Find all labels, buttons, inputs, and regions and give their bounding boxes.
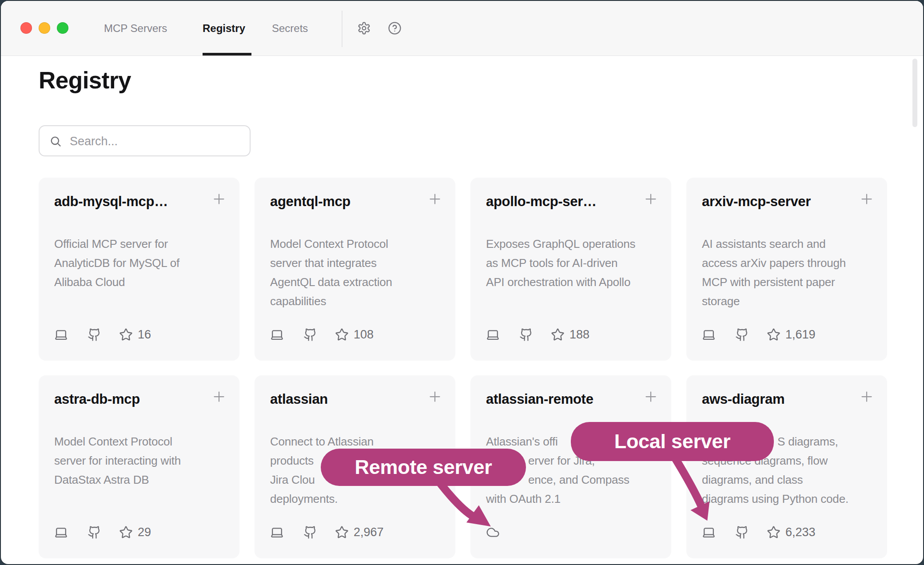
card-atlassian-remote[interactable]: atlassian-remoteAtlassian's offierver fo…	[470, 375, 671, 558]
help-icon[interactable]	[388, 21, 402, 35]
card-description: AI assistants search andaccess arXiv pap…	[702, 235, 878, 311]
card-header: arxiv-mcp-server	[702, 191, 875, 210]
card-footer	[486, 525, 500, 539]
app-window: MCP ServersRegistrySecrets Registry adb-…	[1, 1, 923, 564]
github-icon-wrap[interactable]	[88, 328, 101, 342]
plus-icon	[211, 191, 227, 207]
description-line: Alibaba Cloud	[54, 273, 231, 292]
card-title: adb-mysql-mcp…	[54, 194, 168, 210]
card-footer: 188	[486, 328, 589, 342]
description-line: Official MCP server for	[54, 235, 231, 254]
card-aws-diagram[interactable]: aws-diagramS diagrams,sequence diagrams,…	[686, 375, 887, 558]
description-line: Jira Clou	[270, 470, 446, 489]
github-icon-wrap[interactable]	[519, 328, 533, 342]
plus-icon	[859, 191, 875, 207]
card-apollo-mcp-server[interactable]: apollo-mcp-ser…Exposes GraphQL operation…	[470, 178, 671, 361]
laptop-icon-wrap	[54, 328, 68, 342]
page-title: Registry	[39, 67, 131, 94]
star-count: 108	[354, 328, 374, 342]
titlebar-divider	[342, 11, 343, 47]
add-server-button[interactable]	[859, 191, 875, 207]
github-icon	[88, 328, 101, 342]
description-line: access arXiv papers through	[702, 254, 878, 273]
card-description: S diagrams,sequence diagrams, flowdiagra…	[702, 432, 878, 509]
card-description: Model Context Protocolserver for interac…	[54, 432, 231, 489]
plus-icon	[643, 191, 659, 207]
description-line: deployments.	[270, 489, 446, 509]
star-icon	[335, 328, 349, 342]
star-count: 16	[138, 328, 151, 342]
star-icon	[335, 525, 349, 539]
github-icon	[735, 328, 749, 342]
card-footer: 2,967	[270, 525, 384, 539]
add-server-button[interactable]	[643, 191, 659, 207]
description-line: sequence diagrams, flow	[702, 451, 878, 470]
github-icon-wrap[interactable]	[88, 525, 101, 539]
description-line: erver for Jira,	[486, 451, 662, 470]
description-line: Exposes GraphQL operations	[486, 235, 662, 254]
card-arxiv-mcp-server[interactable]: arxiv-mcp-serverAI assistants search and…	[686, 178, 887, 361]
description-line: products	[270, 451, 446, 470]
settings-gear-icon[interactable]	[357, 21, 371, 35]
card-header: apollo-mcp-ser…	[486, 191, 659, 210]
star-icon-wrap	[119, 525, 133, 539]
laptop-icon-wrap	[486, 328, 500, 342]
card-footer: 29	[54, 525, 151, 539]
description-line: capabilities	[270, 292, 446, 311]
add-server-button[interactable]	[643, 389, 659, 405]
plus-icon	[859, 389, 875, 405]
card-title: apollo-mcp-ser…	[486, 194, 597, 210]
add-server-button[interactable]	[211, 389, 227, 405]
search-box	[39, 125, 251, 156]
laptop-icon-wrap	[702, 525, 716, 539]
laptop-icon	[270, 525, 284, 539]
github-icon-wrap[interactable]	[735, 525, 749, 539]
card-adb-mysql-mcp[interactable]: adb-mysql-mcp…Official MCP server forAna…	[39, 178, 239, 361]
plus-icon	[427, 191, 443, 207]
github-icon-wrap[interactable]	[735, 328, 749, 342]
add-server-button[interactable]	[211, 191, 227, 207]
description-line: with OAuth 2.1	[486, 489, 662, 509]
card-atlassian[interactable]: atlassianConnect to AtlassianproductsJir…	[255, 375, 455, 558]
card-agentql-mcp[interactable]: agentql-mcpModel Context Protocolserver …	[255, 178, 455, 361]
add-server-button[interactable]	[427, 389, 443, 405]
vertical-scrollbar-thumb[interactable]	[912, 59, 917, 127]
laptop-icon-wrap	[270, 525, 284, 539]
github-icon	[303, 328, 317, 342]
github-icon	[519, 328, 533, 342]
github-icon	[735, 525, 749, 539]
laptop-icon	[54, 328, 68, 342]
laptop-icon-wrap	[270, 328, 284, 342]
card-footer: 16	[54, 328, 151, 342]
laptop-icon	[486, 328, 500, 342]
cloud-icon	[486, 525, 500, 539]
tab-secrets[interactable]: Secrets	[272, 1, 308, 56]
description-line: as MCP tools for AI-driven	[486, 254, 662, 273]
card-title: aws-diagram	[702, 391, 785, 407]
description-line: AnalyticDB for MySQL of	[54, 254, 231, 273]
close-window-button[interactable]	[20, 22, 32, 34]
github-icon-wrap[interactable]	[303, 525, 317, 539]
titlebar: MCP ServersRegistrySecrets	[1, 1, 923, 56]
add-server-button[interactable]	[427, 191, 443, 207]
description-line: server that integrates	[270, 254, 446, 273]
star-icon	[551, 328, 565, 342]
search-icon	[49, 135, 62, 147]
laptop-icon-wrap	[702, 328, 716, 342]
description-line: diagrams using Python code.	[702, 489, 878, 509]
card-astra-db-mcp[interactable]: astra-db-mcpModel Context Protocolserver…	[39, 375, 239, 558]
tab-mcp-servers[interactable]: MCP Servers	[104, 1, 167, 56]
description-line: DataStax Astra DB	[54, 470, 231, 489]
github-icon-wrap[interactable]	[303, 328, 317, 342]
star-count: 29	[138, 525, 151, 539]
add-server-button[interactable]	[859, 389, 875, 405]
tab-registry[interactable]: Registry	[203, 1, 245, 56]
description-line: ence, and Compass	[486, 470, 662, 489]
star-icon	[767, 525, 781, 539]
laptop-icon	[702, 328, 716, 342]
card-description: Model Context Protocolserver that integr…	[270, 235, 446, 311]
minimize-window-button[interactable]	[39, 22, 50, 34]
zoom-window-button[interactable]	[57, 22, 68, 34]
description-line: Atlassian's offi	[486, 432, 662, 451]
search-input[interactable]	[69, 126, 244, 156]
